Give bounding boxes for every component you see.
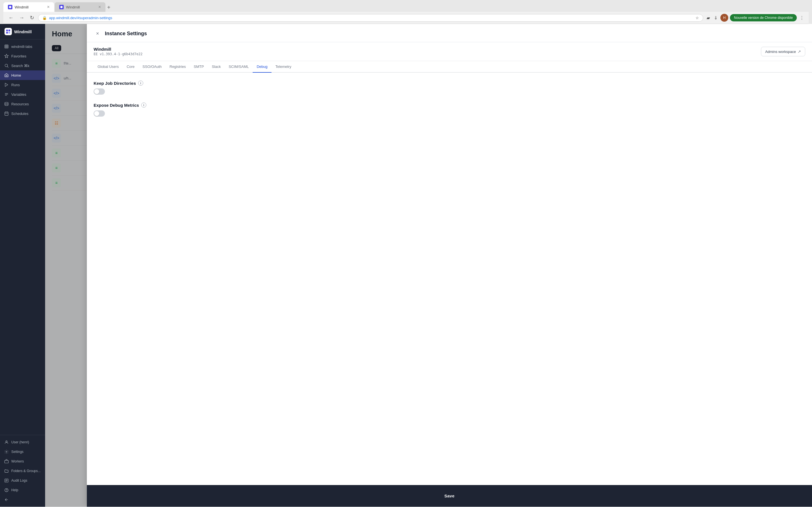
svg-marker-11 [4,54,8,58]
download-icon[interactable]: ⇓ [713,14,719,22]
tab-telemetry[interactable]: Telemetry [271,61,295,73]
sidebar-item-variables[interactable]: Variables [0,90,45,99]
svg-marker-14 [5,83,8,87]
menu-icon[interactable]: ⋮ [799,14,805,22]
tab-core[interactable]: Core [123,61,139,73]
svg-rect-16 [5,112,8,115]
star-icon[interactable]: ☆ [696,16,699,20]
keep-job-directories-label: Keep Job Directories [94,81,136,86]
back-button[interactable]: ← [7,14,15,22]
sidebar-logo[interactable]: Windmill [0,24,45,40]
sidebar-item-home[interactable]: Home [0,70,45,80]
url-display: app.windmill.dev/#superadmin-settings [49,16,693,20]
tab-close-2[interactable]: × [98,5,101,9]
lock-icon: 🔒 [42,16,47,20]
svg-rect-3 [8,30,10,31]
modal-tabs: Global Users Core SSO/OAuth Registries S… [87,61,812,73]
database-icon [4,101,9,107]
sidebar-bottom: User (henri) Settings Workers Folders & … [0,435,45,507]
sidebar-item-help[interactable]: Help [0,485,45,495]
tab-smtp[interactable]: SMTP [190,61,208,73]
star-icon [4,54,9,59]
home-icon [4,73,9,78]
svg-point-15 [5,102,8,103]
modal-close-button[interactable]: × [94,30,101,38]
browser-chrome: Windmill × Windmill × + ← → ↻ 🔒 app.wind… [0,0,812,24]
sidebar-item-back[interactable] [0,495,45,504]
windmill-logo-icon [4,28,12,35]
sidebar-item-workers[interactable]: Workers [0,457,45,466]
help-icon [4,488,9,493]
tab-title-1: Windmill [15,5,45,9]
address-bar[interactable]: 🔒 app.windmill.dev/#superadmin-settings … [38,14,703,22]
instance-settings-panel: × Instance Settings Windmill EE v1.393.4… [87,24,812,507]
tab-registries[interactable]: Registries [165,61,190,73]
expose-debug-metrics-toggle[interactable] [94,110,105,117]
keep-job-directories-label-row: Keep Job Directories i [94,80,805,86]
extensions-icon[interactable]: ▰ [705,14,711,22]
tab-debug[interactable]: Debug [253,61,271,73]
browser-tab-2[interactable]: Windmill × [55,2,105,12]
sidebar-item-settings[interactable]: Settings [0,447,45,457]
profile-avatar[interactable]: H [720,14,728,22]
sidebar-item-resources-label: Resources [11,102,29,106]
workers-icon [4,459,9,464]
sidebar-item-folders[interactable]: Folders & Groups... [0,466,45,476]
keep-job-directories-setting: Keep Job Directories i [94,80,805,95]
sidebar-item-schedules[interactable]: Schedules [0,109,45,118]
sidebar-item-settings-label: Settings [11,450,23,454]
new-tab-button[interactable]: + [106,4,112,11]
tab-close-1[interactable]: × [47,5,50,9]
sidebar: Windmill windmill-labs Favorites Search … [0,24,45,507]
sidebar-item-runs[interactable]: Runs [0,80,45,90]
svg-point-12 [5,64,8,67]
sidebar-item-schedules-label: Schedules [11,112,29,116]
tab-slack[interactable]: Slack [208,61,225,73]
variable-icon [4,92,9,97]
sidebar-item-search[interactable]: Search ⌘k [0,61,45,70]
expose-debug-metrics-setting: Expose Debug Metrics i [94,103,805,117]
app-name: Windmill [94,47,142,52]
user-icon [4,440,9,445]
browser-tab-1[interactable]: Windmill × [3,2,54,12]
save-button[interactable]: Save [94,490,805,502]
sidebar-item-user[interactable]: User (henri) [0,438,45,447]
sidebar-item-favorites[interactable]: Favorites [0,51,45,61]
sidebar-item-windmill-labs[interactable]: windmill-labs [0,42,45,51]
app-container: Windmill windmill-labs Favorites Search … [0,24,812,507]
expose-debug-metrics-label-row: Expose Debug Metrics i [94,103,805,108]
tab-favicon-1 [8,5,12,9]
keep-job-directories-toggle-container [94,89,805,95]
modal-title: Instance Settings [105,31,147,37]
sidebar-item-home-label: Home [11,73,21,77]
gear-icon [4,449,9,454]
modal-subtitle-area: Windmill EE v1.393.4-1-g6b43d7e22 Admins… [87,42,812,61]
keep-job-directories-toggle[interactable] [94,89,105,95]
tab-scim-saml[interactable]: SCIM/SAML [225,61,253,73]
keep-job-directories-info-icon[interactable]: i [138,80,143,86]
sidebar-item-favorites-label: Favorites [11,54,26,58]
chrome-update-button[interactable]: Nouvelle version de Chrome disponible [730,14,797,21]
sidebar-item-audit-label: Audit Logs [11,478,28,483]
modal-body: Keep Job Directories i [87,73,812,485]
tab-global-users[interactable]: Global Users [94,61,123,73]
forward-button[interactable]: → [17,14,26,22]
svg-rect-22 [4,460,8,463]
admins-workspace-button[interactable]: Admins workspace ↗ [761,47,805,56]
svg-point-21 [6,451,7,452]
sidebar-item-resources[interactable]: Resources [0,99,45,109]
sidebar-item-variables-label: Variables [11,93,26,97]
sidebar-item-user-label: User (henri) [11,440,29,444]
reload-button[interactable]: ↻ [28,13,36,22]
sidebar-logo-text: Windmill [14,29,32,34]
expose-debug-metrics-info-icon[interactable]: i [141,103,146,108]
close-icon: × [96,31,99,37]
audit-icon [4,478,9,483]
main-content: Home All ≡ f/te... </> u/h... </> [45,24,812,507]
svg-point-0 [9,6,11,8]
svg-point-28 [6,491,7,491]
svg-point-1 [60,6,63,8]
sidebar-item-audit[interactable]: Audit Logs [0,476,45,485]
tab-sso-oauth[interactable]: SSO/OAuth [139,61,165,73]
expose-debug-metrics-label: Expose Debug Metrics [94,103,139,108]
